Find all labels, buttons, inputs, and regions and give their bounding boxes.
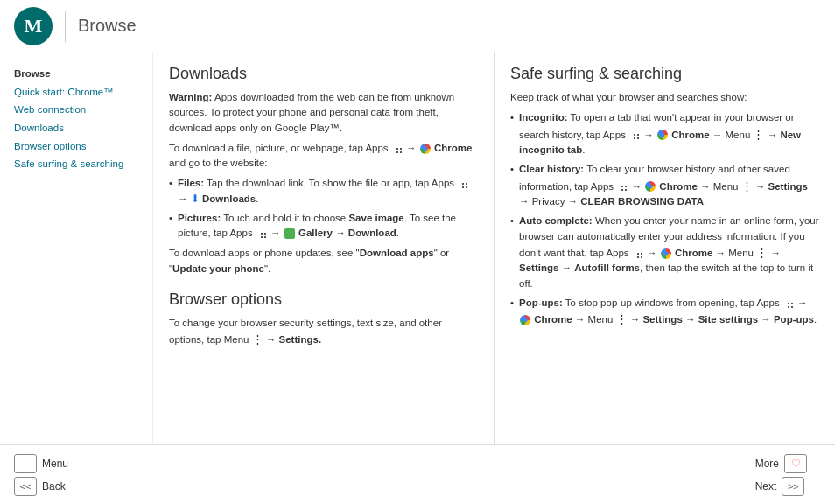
warning-text: Apps downloaded from the web can be from… [169,92,454,133]
footer: Menu << Back More ♡ Next >> [0,444,835,504]
header-divider [65,10,66,42]
sidebar-item-quickstart[interactable]: Quick start: Chrome™ [14,83,138,102]
autocomplete-bullet: Auto complete: When you enter your name … [510,214,819,291]
more-icon: ♡ [784,454,807,473]
chrome-icon-2 [657,130,668,140]
popups-bullet: Pop-ups: To stop pop-up windows from ope… [510,296,819,328]
chrome-icon-3 [645,181,656,192]
content-area: Downloads Warning: Apps downloaded from … [153,52,835,444]
clear-history-bullet: Clear history: To clear your browser his… [510,162,819,209]
downloads-warning: Warning: Apps downloaded from the web ca… [169,90,478,136]
files-bullet: Files: Tap the download link. To show th… [169,176,478,206]
apps-icon-5 [617,181,628,192]
safe-surfing-bullets: Incognito: To open a tab that won't appe… [510,110,819,327]
sidebar: Browse Quick start: Chrome™ Web connecti… [0,52,153,444]
back-button[interactable]: << Back [14,477,167,496]
sidebar-item-webconnection[interactable]: Web connection [14,101,138,119]
logo-letter: M [25,15,43,38]
right-column: Safe surfing & searching Keep track of w… [495,52,835,444]
apps-icon-6 [633,248,643,259]
back-icon: << [14,477,37,496]
warning-label: Warning: [169,92,212,102]
apps-icon-7 [783,298,794,309]
safe-surfing-title: Safe surfing & searching [510,65,819,83]
footer-left: Menu << Back [14,454,167,496]
page-title: Browse [78,16,137,36]
apps-icon-4 [629,130,640,140]
motorola-logo: M [14,7,53,46]
sidebar-item-browseroptions[interactable]: Browser options [14,137,138,156]
downloads-apps: To download apps or phone updates, see "… [169,246,478,276]
sidebar-item-safesurfing[interactable]: Safe surfing & searching [14,155,138,173]
next-label: Next [755,480,777,493]
browser-options-text: To change your browser security settings… [169,316,478,348]
chrome-icon-4 [661,248,671,259]
menu-grid-icon [14,454,37,473]
downloads-bullets: Files: Tap the download link. To show th… [169,176,478,241]
chrome-icon-5 [520,315,530,326]
incognito-bullet: Incognito: To open a tab that won't appe… [510,110,819,158]
more-button[interactable]: More ♡ [755,454,807,473]
safe-surfing-intro: Keep track of what your browser and sear… [510,90,819,105]
left-column: Downloads Warning: Apps downloaded from … [153,52,495,444]
downloads-title: Downloads [169,65,478,83]
menu-button[interactable]: Menu [14,454,167,473]
main-content: Browse Quick start: Chrome™ Web connecti… [0,52,835,444]
footer-right: More ♡ Next >> [755,454,807,496]
apps-icon [392,144,403,154]
browser-options-title: Browser options [169,290,478,309]
more-label: More [755,458,779,470]
next-button[interactable]: Next >> [755,477,807,496]
gallery-icon [284,228,295,239]
apps-icon-2 [458,178,468,189]
next-icon: >> [782,477,804,496]
back-label: Back [42,480,66,493]
downloads-step1: To download a file, picture, or webpage,… [169,141,478,172]
pictures-bullet: Pictures: Touch and hold it to choose Sa… [169,211,478,242]
apps-icon-3 [256,228,267,239]
sidebar-item-browse[interactable]: Browse [14,65,138,83]
chrome-icon-1 [420,144,431,154]
sidebar-item-downloads[interactable]: Downloads [14,119,138,137]
menu-label: Menu [42,458,68,470]
header: M Browse [0,0,835,52]
